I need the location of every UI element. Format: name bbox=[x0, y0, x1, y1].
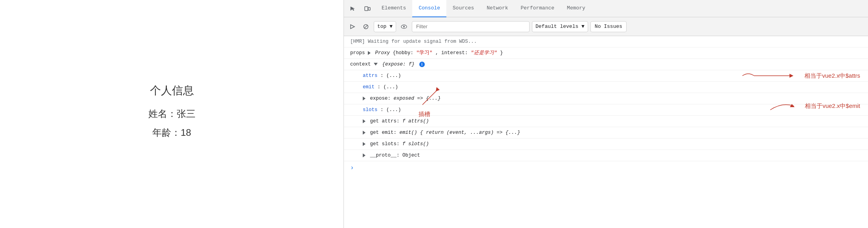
svg-rect-1 bbox=[368, 7, 370, 10]
console-line-context: context {expose: f} i bbox=[344, 59, 868, 70]
console-line-props: props Proxy {hobby: "学习" , interest: "还是… bbox=[344, 47, 868, 59]
svg-marker-2 bbox=[351, 25, 355, 29]
console-line-hmr: [HMR] Waiting for update signal from WDS… bbox=[344, 36, 868, 47]
console-line-slots: slots : (...) bbox=[344, 104, 868, 116]
props-triangle[interactable] bbox=[368, 51, 371, 55]
svg-point-6 bbox=[403, 26, 405, 27]
console-toolbar: top ▼ Default levels ▼ No Issues bbox=[344, 17, 868, 36]
get-slots-triangle[interactable] bbox=[363, 142, 365, 146]
console-line-emit: emit : (...) bbox=[344, 82, 868, 93]
tab-performance[interactable]: Performance bbox=[514, 0, 561, 17]
console-line-get-attrs: get attrs: f attrs() bbox=[344, 116, 868, 127]
info-icon[interactable]: i bbox=[419, 62, 425, 67]
levels-label: Default levels ▼ bbox=[535, 24, 585, 29]
tab-console[interactable]: Console bbox=[412, 0, 446, 17]
console-line-attrs: attrs : (...) bbox=[344, 70, 868, 82]
devtools-tabs-bar: Elements Console Sources Network Perform… bbox=[344, 0, 868, 17]
proto-triangle[interactable] bbox=[363, 153, 365, 157]
webpage-content: 个人信息 姓名：张三 年龄：18 bbox=[148, 83, 196, 145]
eye-icon[interactable] bbox=[398, 21, 409, 32]
webpage-field-age: 年龄：18 bbox=[148, 126, 196, 139]
get-emit-triangle[interactable] bbox=[363, 131, 365, 135]
prompt-arrow-icon[interactable]: › bbox=[350, 164, 354, 171]
webpage-field-name: 姓名：张三 bbox=[148, 108, 196, 120]
tab-memory[interactable]: Memory bbox=[561, 0, 592, 17]
console-line-expose: expose: exposed => {...} bbox=[344, 93, 868, 104]
clear-icon[interactable] bbox=[360, 21, 371, 32]
issues-button[interactable]: No Issues bbox=[590, 21, 627, 32]
console-output-area: [HMR] Waiting for update signal from WDS… bbox=[344, 36, 868, 228]
device-toggle-icon[interactable] bbox=[360, 2, 375, 16]
tab-sources[interactable]: Sources bbox=[446, 0, 481, 17]
context-selector-label: top ▼ bbox=[377, 24, 393, 29]
expose-triangle[interactable] bbox=[363, 97, 365, 100]
filter-input[interactable] bbox=[412, 21, 530, 32]
console-line-get-emit: get emit: emit() { return (event, ...arg… bbox=[344, 127, 868, 139]
console-prompt: › bbox=[344, 161, 868, 175]
issues-label: No Issues bbox=[595, 24, 622, 29]
console-line-proto: __proto__: Object bbox=[344, 150, 868, 161]
svg-rect-0 bbox=[365, 7, 368, 11]
svg-line-4 bbox=[364, 25, 367, 28]
console-line-get-slots: get slots: f slots() bbox=[344, 139, 868, 150]
tab-network[interactable]: Network bbox=[481, 0, 515, 17]
devtools-panel: Elements Console Sources Network Perform… bbox=[344, 0, 868, 228]
inspect-icon[interactable] bbox=[345, 2, 360, 16]
context-selector[interactable]: top ▼ bbox=[374, 21, 396, 32]
tab-elements[interactable]: Elements bbox=[375, 0, 412, 17]
webpage-panel: 个人信息 姓名：张三 年龄：18 bbox=[0, 0, 344, 228]
execute-icon[interactable] bbox=[347, 21, 358, 32]
console-scrollable[interactable]: [HMR] Waiting for update signal from WDS… bbox=[344, 36, 868, 228]
context-section: context {expose: f} i attrs : (...) emit… bbox=[344, 59, 868, 161]
get-attrs-triangle[interactable] bbox=[363, 119, 365, 123]
context-triangle[interactable] bbox=[374, 63, 378, 66]
levels-dropdown[interactable]: Default levels ▼ bbox=[532, 21, 588, 32]
webpage-title: 个人信息 bbox=[148, 83, 196, 98]
